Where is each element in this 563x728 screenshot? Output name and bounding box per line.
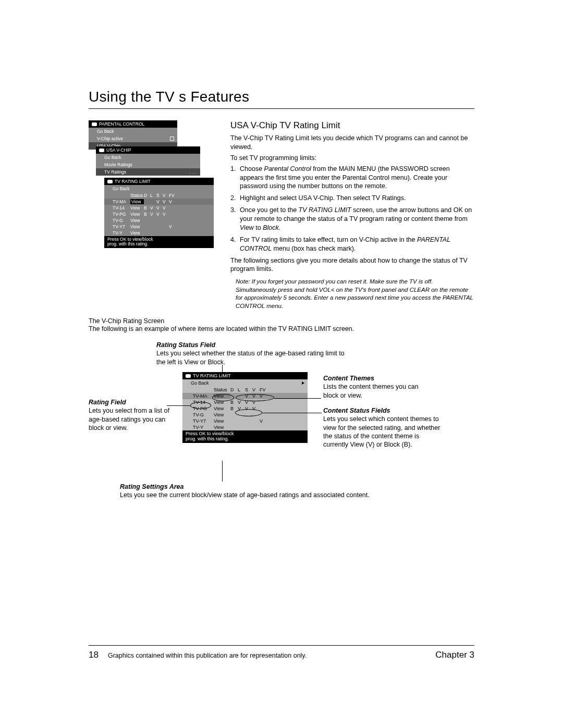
rating-row-tvy: TV-YView xyxy=(182,424,308,430)
rating-header-row: Status DLSVFV xyxy=(104,192,214,199)
callout-rating-settings-area: Rating Settings Area Lets you see the cu… xyxy=(120,483,370,500)
rating-row-tvpg: TV-PGView BVVV xyxy=(104,211,214,217)
page-number: 18 xyxy=(89,650,99,660)
page-title: Using the TV s Features xyxy=(89,89,474,109)
rating-row-tvy7: TV-Y7ViewV xyxy=(182,418,308,424)
menu-item-goback: Go Back xyxy=(96,154,200,161)
page-footer: 18 Graphics contained within this public… xyxy=(89,645,474,660)
connector-line xyxy=(274,398,321,399)
menu-item-goback: Go Back xyxy=(182,379,308,387)
checkbox-icon xyxy=(170,137,174,141)
connector-line xyxy=(222,461,223,482)
menu-footer: Press OK to view/blockprog. with this ra… xyxy=(104,236,214,248)
brand-icon xyxy=(107,180,113,183)
menu-item-goback: Go Back xyxy=(104,185,214,192)
right-column: USA V-Chip TV Rating Limit The V-Chip TV… xyxy=(230,120,474,314)
menu-footer: Press OK to view/blockprog. with this ra… xyxy=(182,430,308,443)
follow-paragraph: The following sections give you more det… xyxy=(230,256,474,274)
menu-title: TV RATING LIMIT xyxy=(115,179,151,184)
footer-note: Graphics contained within this publicati… xyxy=(108,652,307,659)
rating-row-tvma: TV-MAView VVV xyxy=(104,199,214,205)
menu-item-goback: Go Back xyxy=(89,128,177,135)
menu-item-vchip-active: V-Chip active xyxy=(89,135,177,142)
connector-line xyxy=(167,405,191,406)
brand-icon xyxy=(99,149,104,152)
callout-rating-status-field: Rating Status Field Lets you select whet… xyxy=(156,341,354,366)
triangle-right-icon xyxy=(302,381,304,385)
screen-paragraph: The following is an example of where ite… xyxy=(89,325,474,334)
brand-icon xyxy=(186,374,191,378)
screen-subheading: The V-Chip Rating Screen xyxy=(89,317,474,325)
chapter-label: Chapter 3 xyxy=(435,650,474,660)
intro-paragraph-2: To set TV programming limits: xyxy=(230,154,474,163)
brand-icon xyxy=(92,122,97,126)
menu-item-movie-ratings: Movie Ratings. . . xyxy=(96,161,200,168)
rating-row-tv14: TV-14View BVVV xyxy=(104,205,214,211)
menu-title: USA V-CHIP xyxy=(106,147,131,153)
step-3: Once you get to the TV RATING LIMIT scre… xyxy=(238,206,474,232)
callout-content-themes: Content Themes Lists the content themes … xyxy=(323,374,433,400)
rating-row-tvg: TV-GView xyxy=(104,217,214,224)
rating-row-tvy: TV-YView xyxy=(104,230,214,236)
menu-title: PARENTAL CONTROL xyxy=(99,121,144,127)
two-column-layout: PARENTAL CONTROL Go Back V-Chip active U… xyxy=(89,120,474,314)
connector-line xyxy=(262,413,322,413)
steps-list: Choose Parental Control from the MAIN ME… xyxy=(238,165,474,253)
usa-vchip-menu: USA V-CHIP Go Back Movie Ratings. . . TV… xyxy=(96,146,200,176)
step-2: Highlight and select USA V-Chip. Then se… xyxy=(238,194,474,203)
step-4: For TV rating limits to take effect, tur… xyxy=(238,236,474,253)
callout-content-status-fields: Content Status Fields Lets you select wh… xyxy=(323,406,443,449)
section-heading: USA V-Chip TV Rating Limit xyxy=(230,120,474,131)
note-paragraph: Note: If you forget your password you ca… xyxy=(236,278,474,310)
menu-stack-illustration: PARENTAL CONTROL Go Back V-Chip active U… xyxy=(89,120,219,314)
tv-rating-limit-menu: TV RATING LIMIT Go Back Status DLSVFV TV… xyxy=(104,178,214,248)
step-1: Choose Parental Control from the MAIN ME… xyxy=(238,165,474,191)
callout-rating-field: Rating Field Lets you select from a list… xyxy=(89,398,172,432)
menu-item-tv-ratings: TV Ratings. . . xyxy=(96,168,200,176)
rating-screen-diagram: Rating Status Field Lets you select whet… xyxy=(89,341,474,518)
rating-row-tvy7: TV-Y7View V xyxy=(104,224,214,230)
document-page: Using the TV s Features PARENTAL CONTROL… xyxy=(0,0,563,518)
menu-title: TV RATING LIMIT xyxy=(193,373,231,378)
rating-header-row: Status DLSVFV xyxy=(182,387,308,393)
intro-paragraph-1: The V-Chip TV Rating Limit lets you deci… xyxy=(230,134,474,152)
parental-control-menu: PARENTAL CONTROL Go Back V-Chip active U… xyxy=(89,120,177,150)
